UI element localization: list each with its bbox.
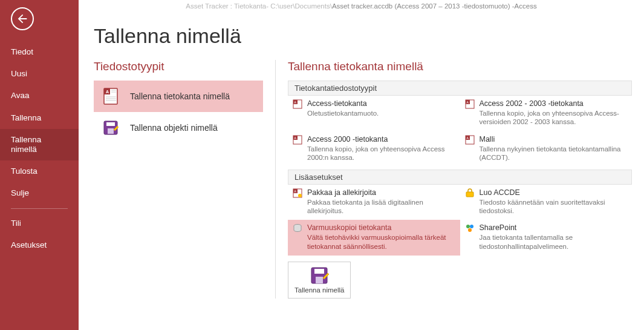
titlebar: Asset Tracker : Tietokanta- C:\user\Docu… <box>79 0 644 13</box>
template-icon: A <box>465 135 476 146</box>
arrow-left-icon <box>16 12 29 25</box>
group-database-file-types: Tietokantatiedostotyypit <box>288 81 632 96</box>
option-desc: Tallenna kopio, joka on yhteensopiva Acc… <box>307 145 455 162</box>
option-title: Pakkaa ja allekirjoita <box>307 188 455 197</box>
nav-tallenna[interactable]: Tallenna <box>0 107 79 129</box>
package-sign-icon: A <box>293 188 304 199</box>
file-type-save-database-as[interactable]: A Tallenna tietokanta nimellä <box>94 81 263 112</box>
option-title: Access-tietokanta <box>307 99 455 108</box>
option-template[interactable]: A Malli Tallenna nykyinen tietokanta tie… <box>460 131 633 167</box>
titlebar-main: Asset tracker.accdb (Access 2007 – 2013 … <box>332 2 537 10</box>
nav-avaa[interactable]: Avaa <box>0 85 79 107</box>
main-content: Tallenna nimellä Tiedostotyypit A <box>94 24 644 330</box>
database-file-icon: A <box>102 88 119 105</box>
save-icon <box>310 266 329 285</box>
nav-uusi[interactable]: Uusi <box>0 63 79 85</box>
access-db-icon: A <box>293 99 304 110</box>
option-desc: Tallenna kopio, joka on yhteensopiva Acc… <box>480 109 628 127</box>
page-title: Tallenna nimellä <box>94 24 644 48</box>
backstage-sidebar: Tiedot Uusi Avaa Tallenna Tallenna nimel… <box>0 0 79 330</box>
file-types-column: Tiedostotyypit A Tallenna tietokant <box>94 60 275 299</box>
file-type-save-object-as[interactable]: Tallenna objekti nimellä <box>94 112 263 144</box>
svg-point-29 <box>466 225 470 228</box>
nav-sulje[interactable]: Sulje <box>0 182 79 204</box>
access-db-icon: A <box>293 135 304 146</box>
option-access-2002[interactable]: A Access 2002 - 2003 -tietokanta Tallenn… <box>460 96 633 131</box>
save-object-icon <box>102 119 119 136</box>
svg-point-26 <box>298 194 302 197</box>
nav-asetukset[interactable]: Asetukset <box>0 234 79 256</box>
option-title: Luo ACCDE <box>480 188 628 197</box>
svg-point-30 <box>470 225 473 228</box>
option-desc: Jaa tietokanta tallentamalla se tiedosto… <box>480 233 628 251</box>
option-desc: Vältä tietohävikki varmuuskopioimalla tä… <box>307 233 455 251</box>
option-title: SharePoint <box>480 223 628 233</box>
nav-tili[interactable]: Tili <box>0 213 79 234</box>
nav-divider <box>11 208 68 209</box>
svg-rect-27 <box>466 192 473 197</box>
option-package-sign[interactable]: A Pakkaa ja allekirjoita Pakkaa tietokan… <box>288 185 460 220</box>
option-access-database[interactable]: A Access-tietokanta Oletustietokantamuot… <box>288 96 460 131</box>
svg-rect-34 <box>316 277 323 283</box>
option-desc: Tiedosto käännetään vain suoritettavaksi… <box>480 198 628 216</box>
option-title: Access 2000 -tietokanta <box>307 135 455 144</box>
nav-tallenna-nimella[interactable]: Tallenna nimellä <box>0 129 79 160</box>
option-access-2000[interactable]: A Access 2000 -tietokanta Tallenna kopio… <box>288 131 460 167</box>
option-title: Malli <box>480 135 628 144</box>
svg-rect-33 <box>314 269 324 274</box>
option-title: Varmuuskopioi tietokanta <box>307 223 455 233</box>
save-as-button[interactable]: Tallenna nimellä <box>288 262 351 299</box>
nav-tulosta[interactable]: Tulosta <box>0 160 79 182</box>
file-types-heading: Tiedostotyypit <box>94 60 263 73</box>
svg-text:A: A <box>106 90 109 94</box>
back-button[interactable] <box>11 7 34 30</box>
svg-point-31 <box>468 228 472 232</box>
group-advanced: Lisäasetukset <box>288 170 632 185</box>
access-db-icon: A <box>465 99 476 110</box>
svg-rect-9 <box>106 122 115 126</box>
option-backup-database[interactable]: Varmuuskopioi tietokanta Vältä tietohävi… <box>288 220 460 256</box>
save-database-as-heading: Tallenna tietokanta nimellä <box>288 60 632 73</box>
file-type-label: Tallenna objekti nimellä <box>130 123 218 133</box>
svg-rect-10 <box>108 128 114 134</box>
option-sharepoint[interactable]: SharePoint Jaa tietokanta tallentamalla … <box>460 220 633 256</box>
option-make-accde[interactable]: Luo ACCDE Tiedosto käännetään vain suori… <box>460 185 633 220</box>
backup-icon <box>293 223 304 234</box>
save-as-column: Tallenna tietokanta nimellä Tietokantati… <box>275 60 644 299</box>
file-type-label: Tallenna tietokanta nimellä <box>130 91 230 101</box>
accde-icon <box>465 188 476 199</box>
option-title: Access 2002 - 2003 -tietokanta <box>480 99 628 108</box>
sharepoint-icon <box>465 223 476 234</box>
option-desc: Tallenna nykyinen tietokanta tietokantam… <box>480 145 628 162</box>
option-desc: Oletustietokantamuoto. <box>307 109 455 117</box>
option-desc: Pakkaa tietokanta ja lisää digitaalinen … <box>307 198 455 216</box>
save-as-button-label: Tallenna nimellä <box>294 286 344 294</box>
titlebar-prefix: Asset Tracker : Tietokanta- C:\user\Docu… <box>186 2 332 10</box>
nav-tiedot[interactable]: Tiedot <box>0 41 79 63</box>
